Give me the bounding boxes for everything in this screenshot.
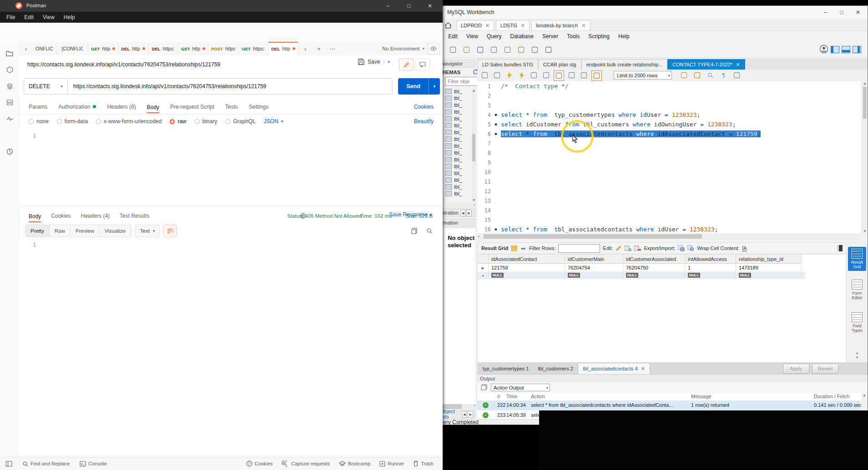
- sql-line-6[interactable]: 6●select * from tbl_associatedcontacts w…: [477, 129, 862, 139]
- schema-table-item[interactable]: tbl_: [445, 129, 471, 135]
- menu-view[interactable]: View: [466, 33, 478, 40]
- view-visualize[interactable]: Visualize: [100, 225, 131, 237]
- sql-line-7[interactable]: 7: [477, 139, 862, 148]
- request-tab-headers-8-[interactable]: Headers (8): [107, 104, 136, 110]
- result-tab-1[interactable]: typ_customertypes 1: [478, 363, 534, 374]
- body-mode-none[interactable]: none: [29, 118, 49, 125]
- table-cell[interactable]: NULL: [736, 272, 802, 279]
- edit-pencil-icon[interactable]: [399, 58, 414, 71]
- commit-icon[interactable]: [567, 70, 576, 80]
- mysql-close-button[interactable]: ✕: [850, 8, 866, 17]
- sidebar-history-icon[interactable]: [5, 146, 15, 156]
- schema-table-item[interactable]: tbl_: [445, 88, 471, 95]
- body-mode-raw[interactable]: raw: [170, 118, 186, 125]
- table-cell[interactable]: NULL: [565, 272, 623, 279]
- db-table-1-icon[interactable]: [488, 44, 499, 55]
- view-pretty[interactable]: Pretty: [25, 225, 50, 237]
- request-tab[interactable]: POSThttps: [208, 42, 238, 55]
- schema-table-item[interactable]: tbl_: [445, 122, 471, 129]
- sql-line-4[interactable]: 4●select * from typ_customertypes where …: [477, 110, 862, 120]
- sql-line-1[interactable]: 1/* Contact type */: [477, 81, 862, 91]
- footer-console[interactable]: Console: [80, 461, 106, 467]
- sidebar-apis-icon[interactable]: [5, 65, 15, 75]
- account-icon[interactable]: [819, 45, 828, 54]
- connection-tab-ldstg[interactable]: LDSTG✕: [496, 20, 530, 30]
- schema-table-item[interactable]: tbl_: [445, 163, 471, 170]
- mysql-maximize-button[interactable]: □: [834, 8, 849, 17]
- response-body-editor[interactable]: 1: [19, 238, 443, 457]
- result-grid-panel-button[interactable]: Result Grid: [848, 247, 866, 271]
- sql-line-16[interactable]: 16●select * from tbl_associatedcontacts …: [477, 225, 862, 233]
- console-window[interactable]: [539, 410, 868, 470]
- schema-table-item[interactable]: tbl_: [445, 190, 471, 197]
- open-script-icon[interactable]: [480, 70, 490, 80]
- postman-maximize-button[interactable]: □: [399, 0, 419, 12]
- table-cell[interactable]: NULL: [489, 272, 565, 279]
- db-table-2-icon[interactable]: [502, 44, 513, 55]
- request-tab-settings[interactable]: Settings: [249, 104, 268, 110]
- sql-tab-1[interactable]: LD Sales bundles STG: [477, 59, 538, 70]
- sql-tab-2[interactable]: CCAR plan stg: [538, 59, 581, 70]
- db-table-4-icon[interactable]: [529, 44, 540, 55]
- panel-expand-icon[interactable]: ▸: [468, 411, 473, 418]
- sql-editor[interactable]: 1/* Contact type */234●select * from typ…: [477, 81, 862, 233]
- search-response-icon[interactable]: [426, 228, 433, 234]
- connection-tab-ldprod[interactable]: LDPROD✕: [456, 20, 494, 30]
- rollback-icon[interactable]: [579, 70, 589, 80]
- request-tab[interactable]: GEThttp: [88, 42, 118, 55]
- output-stack-icon[interactable]: [481, 384, 487, 390]
- url-input[interactable]: https://contacts.stg.liondesk.info/api/v…: [67, 78, 393, 95]
- new-snippet-star-icon[interactable]: [679, 70, 689, 80]
- menu-file[interactable]: File: [6, 14, 15, 20]
- schema-table-item[interactable]: tbl_: [445, 183, 471, 190]
- save-icon[interactable]: [474, 44, 485, 55]
- table-cell[interactable]: 76204754: [565, 264, 623, 272]
- mysql-titlebar[interactable]: MySQL Workbench – □ ✕: [434, 6, 868, 19]
- panel-expand-icon[interactable]: ▸: [466, 210, 472, 216]
- output-row[interactable]: ✓22214:00:34select * from tbl_associated…: [477, 400, 860, 410]
- connection-tab-liondesk-by-branch[interactable]: liondesk-by branch✕: [531, 20, 590, 30]
- navigator-hscrollbar[interactable]: ›: [445, 203, 475, 209]
- menu-query[interactable]: Query: [487, 33, 502, 40]
- schema-table-item[interactable]: tbl_: [445, 95, 471, 101]
- toggle-right-panel-icon[interactable]: [853, 46, 861, 53]
- request-tab[interactable]: GEThttps:: [238, 42, 268, 55]
- result-tab-3[interactable]: tbl_associatedcontacts 4✕: [578, 363, 650, 374]
- table-cell[interactable]: NULL: [685, 272, 736, 279]
- output-type-select[interactable]: Action Output ▾: [491, 384, 550, 391]
- revert-button[interactable]: Revert: [812, 364, 838, 374]
- panel-collapse-icon[interactable]: ◂: [462, 411, 467, 418]
- method-select[interactable]: DELETE ▾: [24, 78, 67, 95]
- result-grid[interactable]: idAssociatedContactidCustomerMainidCusto…: [477, 254, 847, 363]
- form-editor-panel-button[interactable]: Form Editor: [848, 280, 866, 300]
- table-cell[interactable]: NULL: [623, 272, 685, 279]
- sql-line-10[interactable]: 10: [477, 167, 862, 177]
- find-icon[interactable]: [706, 70, 715, 80]
- mysql-minimize-button[interactable]: –: [818, 8, 833, 17]
- close-tab-icon[interactable]: ✕: [581, 23, 585, 29]
- body-mode-binary[interactable]: binary: [195, 118, 217, 125]
- wrap-cell-icon[interactable]: ĪA: [742, 245, 747, 251]
- navigator-scrollbar[interactable]: ▲ ▼: [472, 89, 476, 202]
- grid-panel-toggle-icon[interactable]: [837, 245, 843, 251]
- close-tab-icon[interactable]: ✕: [641, 366, 645, 372]
- close-tab-icon[interactable]: ✕: [485, 23, 490, 29]
- wrap-lines-icon[interactable]: [163, 225, 177, 237]
- sql-line-13[interactable]: 13: [477, 196, 862, 205]
- schema-table-item[interactable]: tbl_: [445, 170, 471, 176]
- postman-titlebar[interactable]: Postman – □ ✕: [0, 0, 443, 12]
- body-mode-form-data[interactable]: form-data: [57, 118, 88, 125]
- sql-tab-4[interactable]: CONTACT TYPE4-7-2022*✕: [667, 59, 745, 70]
- comments-icon[interactable]: [415, 58, 430, 71]
- cookies-link[interactable]: Cookies: [414, 104, 434, 110]
- schema-table-item[interactable]: tbl_: [445, 115, 471, 122]
- toggle-stop-on-error-icon[interactable]: [554, 70, 564, 81]
- schema-table-item[interactable]: tbl_: [445, 156, 471, 163]
- menu-view[interactable]: View: [43, 14, 55, 20]
- request-tab[interactable]: DELhttp: [118, 42, 148, 55]
- filter-rows-input[interactable]: [558, 244, 600, 253]
- toggle-left-panel-icon[interactable]: [831, 46, 839, 53]
- sidebar-mock-servers-icon[interactable]: [5, 97, 15, 107]
- tab-options-icon[interactable]: ⋯: [326, 42, 339, 55]
- sql-line-9[interactable]: 9: [477, 158, 862, 167]
